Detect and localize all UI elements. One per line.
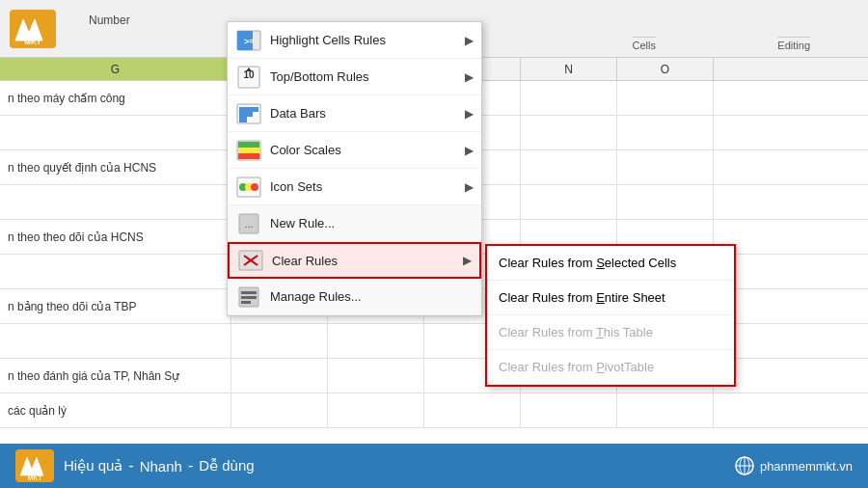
menu-label-iconsets: Icon Sets [270, 179, 465, 194]
svg-text:MKT: MKT [27, 474, 42, 481]
cell-rest [521, 150, 617, 184]
footer-tagline-1: Hiệu quả [64, 457, 122, 474]
footer-logo-icon: MKT [15, 449, 54, 482]
newrule-icon: ... [235, 210, 262, 237]
svg-rect-14 [238, 142, 259, 148]
col-header-o: O [617, 58, 714, 80]
cell-rest [521, 393, 617, 427]
svg-rect-28 [241, 296, 257, 299]
cell-rest [617, 185, 714, 219]
cell-o [617, 81, 714, 115]
svg-point-20 [251, 183, 258, 191]
editing-section: Editing [777, 6, 810, 51]
menu-item-colorscales[interactable]: Color Scales ▶ [228, 132, 481, 169]
cell-g: n theo theo dõi của HCNS [0, 220, 231, 254]
footer-website-label: phanmemmkt.vn [760, 459, 853, 474]
arrow-icon-databars: ▶ [465, 107, 474, 121]
cell-rest [617, 393, 714, 427]
cell-rest [328, 393, 424, 427]
cell-g [0, 324, 231, 358]
arrow-icon-topbottom: ▶ [465, 70, 474, 84]
databars-icon [235, 100, 262, 127]
cell-rest [328, 359, 424, 393]
svg-text:MKT: MKT [24, 38, 41, 46]
topbottom-icon: 10 [235, 64, 262, 91]
menu-item-topbottom[interactable]: 10 Top/Bottom Rules ▶ [228, 59, 481, 95]
mkt-logo-icon: MKT [10, 10, 56, 48]
submenu-item-clear-selected[interactable]: Clear Rules from Selected Cells [487, 246, 734, 281]
globe-icon [735, 456, 754, 475]
cell-g: n theo máy chấm công [0, 81, 231, 115]
menu-label-highlight: Highlight Cells Rules [270, 33, 465, 47]
colorscales-icon [235, 137, 262, 164]
footer-website: phanmemmkt.vn [735, 456, 853, 475]
clear-table-label: Clear Rules from This Table [499, 325, 653, 339]
menu-label-colorscales: Color Scales [270, 143, 465, 157]
cell-rest [231, 324, 328, 358]
arrow-icon-colorscales: ▶ [465, 144, 474, 157]
menu-item-clearrules[interactable]: Clear Rules ▶ Clear Rules from Selected … [228, 242, 481, 279]
cell-g [0, 185, 231, 219]
arrow-icon-clearrules: ▶ [463, 254, 472, 267]
highlight-icon: >= [235, 27, 262, 54]
cell-rest [328, 324, 424, 358]
number-label: Number [89, 14, 130, 27]
clear-pivot-label: Clear Rules from PivotTable [499, 360, 654, 374]
submenu-item-clear-pivot: Clear Rules from PivotTable [487, 350, 734, 385]
cell-rest [521, 185, 617, 219]
cell-n [521, 81, 617, 115]
footer-tagline-2: Nhanh [140, 458, 182, 474]
cell-rest [617, 116, 714, 149]
cells-section: Cells [633, 6, 656, 51]
clear-selected-label: Clear Rules from Selected Cells [499, 256, 676, 270]
cell-g [0, 116, 231, 149]
footer-dash-2: - [188, 457, 193, 474]
arrow-icon-iconsets: ▶ [465, 180, 474, 194]
col-header-g: G [0, 58, 231, 80]
clearrules-icon [237, 247, 264, 274]
cell-rest [231, 359, 328, 393]
svg-rect-29 [241, 301, 251, 304]
footer-dash-1: - [128, 457, 133, 474]
svg-rect-12 [239, 107, 258, 112]
footer: MKT Hiệu quả - Nhanh - Dễ dùng phanmemmk… [0, 444, 868, 488]
menu-item-iconsets[interactable]: Icon Sets ▶ [228, 169, 481, 205]
menu-label-clearrules: Clear Rules [272, 254, 463, 268]
menu-label-databars: Data Bars [270, 106, 465, 121]
menu-label-managerules: Manage Rules... [270, 289, 474, 304]
menu-item-highlight[interactable]: >= Highlight Cells Rules ▶ [228, 22, 481, 59]
menu-item-databars[interactable]: Data Bars ▶ [228, 95, 481, 132]
cell-g: n theo đánh giá của TP, Nhân Sự [0, 359, 231, 393]
table-row: các quản lý [0, 393, 868, 428]
col-header-n: N [521, 58, 617, 80]
ribbon-logo: MKT [10, 10, 56, 48]
svg-text:>=: >= [244, 37, 255, 46]
iconsets-icon [235, 174, 262, 201]
clear-rules-submenu: Clear Rules from Selected Cells Clear Ru… [485, 244, 736, 387]
cell-rest [521, 116, 617, 149]
manage-icon [235, 284, 262, 311]
clear-sheet-label: Clear Rules from Entire Sheet [499, 290, 665, 305]
svg-text:...: ... [244, 218, 253, 230]
menu-item-newrule[interactable]: ... New Rule... [228, 205, 481, 242]
cells-label: Cells [633, 37, 656, 51]
menu-item-managerules[interactable]: Manage Rules... [228, 279, 481, 315]
cell-g [0, 255, 231, 288]
cell-rest [617, 150, 714, 184]
svg-rect-15 [238, 148, 259, 153]
arrow-icon-highlight: ▶ [465, 34, 474, 47]
submenu-item-clear-table: Clear Rules from This Table [487, 315, 734, 350]
submenu-item-clear-sheet[interactable]: Clear Rules from Entire Sheet [487, 281, 734, 315]
cell-g: n theo quyết định của HCNS [0, 150, 231, 184]
menu-label-topbottom: Top/Bottom Rules [270, 69, 465, 84]
cell-g: n bảng theo dõi của TBP [0, 289, 231, 323]
table-row: n theo đánh giá của TP, Nhân Sự [0, 359, 868, 393]
cell-rest [424, 393, 521, 427]
conditional-formatting-menu: >= Highlight Cells Rules ▶ 10 Top/Bottom… [227, 21, 482, 316]
table-row [0, 324, 868, 359]
svg-rect-27 [241, 291, 257, 294]
svg-rect-10 [239, 117, 247, 122]
svg-rect-16 [238, 153, 259, 159]
editing-label: Editing [777, 37, 810, 51]
svg-rect-11 [239, 112, 253, 117]
